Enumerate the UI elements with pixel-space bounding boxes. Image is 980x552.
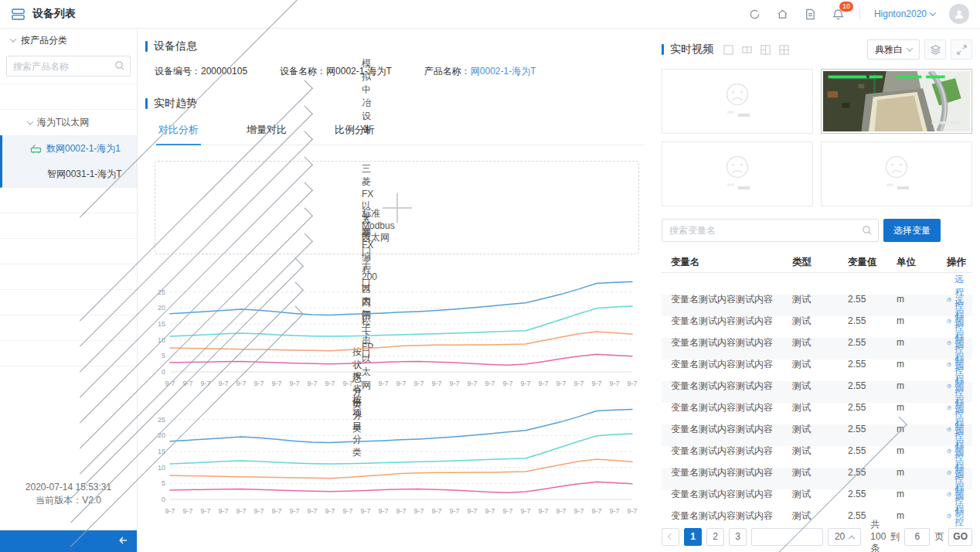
product-name: 产品名称：网0002-1-海为T: [424, 65, 536, 78]
svg-text:9-7: 9-7: [556, 507, 566, 515]
no-video-placeholder-icon: [714, 154, 761, 194]
fullscreen-button[interactable]: [951, 39, 972, 60]
layout-4-icon[interactable]: [778, 44, 790, 56]
variable-type: 测试: [792, 401, 848, 414]
product-search-input[interactable]: [6, 56, 131, 77]
svg-text:9-7: 9-7: [378, 380, 388, 387]
sidebar-device-item[interactable]: 数网0002-1-海为1: [0, 135, 137, 162]
chevron-left-icon: [667, 533, 673, 540]
svg-text:9-7: 9-7: [502, 507, 512, 515]
variable-name: 变量名测试内容测试内容: [671, 315, 792, 328]
go-button[interactable]: GO: [948, 528, 972, 546]
prev-page-button[interactable]: [662, 528, 679, 546]
variable-type: 测试: [792, 315, 848, 328]
svg-text:9-7: 9-7: [396, 507, 406, 515]
trend-chart-svg: 05101520259-79-79-79-79-79-79-79-79-79-7…: [147, 397, 641, 520]
svg-text:9-7: 9-7: [271, 507, 281, 515]
svg-text:9-7: 9-7: [591, 507, 601, 515]
chevron-down-icon: [930, 9, 936, 15]
svg-text:9-7: 9-7: [502, 380, 512, 387]
trend-chart-2: 05101520259-79-79-79-79-79-79-79-79-79-7…: [147, 397, 645, 522]
svg-text:9-7: 9-7: [591, 380, 601, 387]
variable-value: 2.55: [848, 489, 897, 499]
variable-unit: m: [897, 489, 947, 499]
svg-text:5: 5: [162, 479, 165, 487]
tree-item-label: 海为T以太网: [37, 116, 89, 129]
variable-type: 测试: [792, 336, 848, 349]
svg-text:9-7: 9-7: [396, 380, 406, 387]
avatar[interactable]: [949, 4, 969, 24]
collapse-sidebar-icon[interactable]: [117, 534, 129, 549]
sidebar-product-item[interactable]: 三菱FX以太网: [0, 188, 137, 213]
search-icon[interactable]: [862, 225, 873, 236]
variable-search-input[interactable]: [662, 219, 879, 242]
svg-text:9-7: 9-7: [307, 380, 317, 387]
sidebar-product-item[interactable]: 标准Modbus以太网: [0, 213, 137, 239]
chevron-down-icon: [10, 36, 16, 42]
sidebar-group-by-product[interactable]: 按产品分类: [0, 29, 137, 52]
variable-row: 变量名测试内容测试内容测试2.55m远程控制: [662, 273, 972, 295]
svg-text:9-7: 9-7: [413, 380, 424, 387]
svg-text:9-7: 9-7: [520, 380, 530, 387]
video-slot-empty-1[interactable]: [662, 69, 813, 134]
variable-value: 2.55: [848, 294, 897, 305]
section-accent-bar: [145, 41, 148, 52]
svg-text:9-7: 9-7: [254, 507, 264, 515]
product-search-row: [0, 52, 137, 84]
svg-text:9-7: 9-7: [289, 507, 299, 515]
variable-type: 测试: [792, 293, 848, 306]
next-page-button[interactable]: [751, 528, 823, 546]
refresh-icon[interactable]: [748, 7, 762, 21]
app-logo-area: 设备列表: [0, 7, 138, 22]
layout-3-icon[interactable]: [760, 44, 771, 56]
variable-value: 2.55: [848, 315, 897, 326]
variable-table-header: 变量名 类型 变量值 单位 操作: [662, 252, 972, 273]
page-jump-input[interactable]: [904, 528, 930, 546]
device-number: 设备编号：200000105: [155, 65, 247, 78]
sidebar-product-item[interactable]: 三菱FX编程口: [0, 239, 137, 264]
layout-1-icon[interactable]: [723, 44, 734, 56]
svg-text:9-7: 9-7: [449, 380, 459, 387]
svg-text:9-7: 9-7: [307, 507, 317, 515]
variable-type: 测试: [792, 423, 848, 436]
svg-text:9-7: 9-7: [573, 507, 584, 515]
document-icon[interactable]: [804, 7, 818, 21]
variable-unit: m: [897, 294, 947, 305]
product-name-link[interactable]: 网0002-1-海为T: [471, 66, 536, 77]
variable-unit: m: [897, 380, 947, 391]
page-button-3[interactable]: 3: [729, 528, 747, 546]
variable-unit: m: [897, 445, 947, 456]
total-count: 共100条: [870, 518, 886, 552]
layout-2-icon[interactable]: [741, 44, 753, 56]
user-menu[interactable]: Hignton2020: [874, 9, 935, 19]
home-icon[interactable]: [776, 7, 790, 21]
select-variable-button[interactable]: 选择变量: [883, 219, 941, 242]
video-slot-empty-2[interactable]: [662, 141, 813, 206]
remote-control-icon: [947, 511, 951, 521]
video-slot-empty-3[interactable]: [821, 141, 972, 206]
page-button-2[interactable]: 2: [706, 528, 724, 546]
video-feed[interactable]: [821, 69, 972, 134]
variable-unit: m: [897, 315, 947, 326]
page-title: 设备列表: [32, 7, 76, 21]
search-icon[interactable]: [114, 60, 125, 71]
app-root: 设备列表 10 Hignton2020 按产品分类: [0, 0, 980, 552]
page-button-1[interactable]: 1: [684, 528, 702, 546]
variable-name: 变量名测试内容测试内容: [671, 488, 792, 501]
video-panel: 实时视频 典雅白: [651, 29, 980, 552]
notification-bell-icon[interactable]: 10: [832, 7, 846, 21]
svg-text:9-7: 9-7: [378, 507, 388, 515]
sidebar-product-item[interactable]: 模拟中冶设备: [0, 84, 137, 110]
layers-button[interactable]: [924, 39, 946, 60]
theme-select[interactable]: 典雅白: [867, 39, 920, 60]
svg-text:9-7: 9-7: [556, 380, 566, 387]
tab-ratio-analysis[interactable]: 比例分析: [332, 118, 377, 145]
variable-type: 测试: [792, 358, 848, 371]
sidebar-product-item[interactable]: 海为T以太网: [0, 110, 137, 135]
no-video-placeholder-icon: [714, 81, 761, 121]
trend-section-title: 实时趋势: [145, 97, 645, 111]
page-size-select[interactable]: 20: [828, 528, 861, 546]
svg-text:9-7: 9-7: [485, 507, 495, 515]
svg-text:9-7: 9-7: [538, 380, 548, 387]
col-action: 操作: [947, 256, 972, 269]
